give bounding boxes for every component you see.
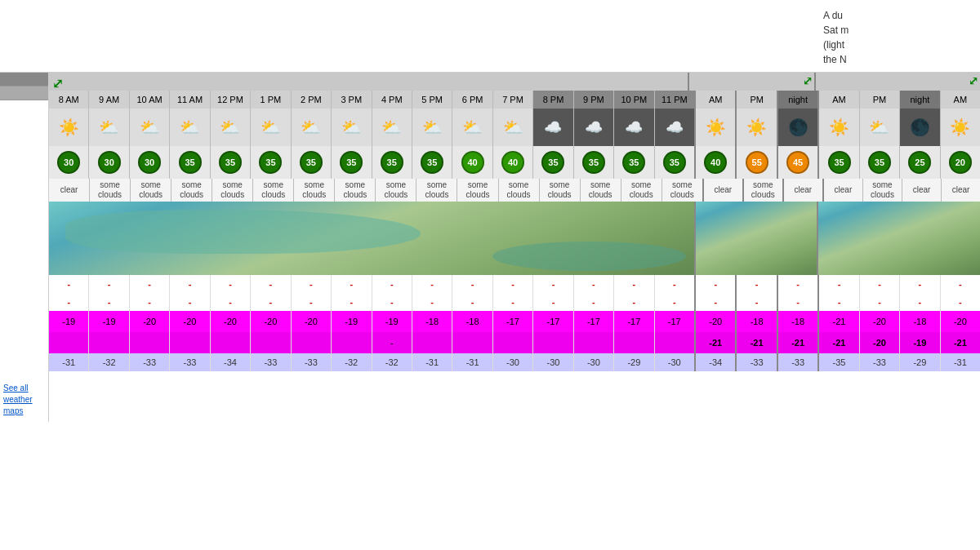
high-row-el-thu-3: -20 <box>940 311 980 332</box>
cloud-cell-tue-3: someclouds <box>171 179 212 202</box>
header-right: A duSat m(lightthe N <box>817 5 980 67</box>
chill-row-el-tue-10: -31 <box>452 353 492 371</box>
low-row-el-tue-12 <box>532 332 572 353</box>
snow-row-el-tue-0: - <box>49 293 88 311</box>
high-row-el-tue-7: -19 <box>331 311 371 332</box>
wind-cell-tue-2: 30 <box>129 146 169 179</box>
high-row-el-tue-11: -17 <box>492 311 532 332</box>
hour-cell-tue-7: 3 PM <box>331 91 371 109</box>
side-column: See allweathermaps <box>0 73 49 422</box>
expand-icon-wed[interactable]: ⤢ <box>803 74 813 87</box>
weather-icon-tue-2: ⛅ <box>129 109 169 146</box>
low-row-el-tue-8: - <box>372 332 412 353</box>
rain-row-el-tue-5: - <box>250 275 290 293</box>
snow-row-el-tue-9: - <box>412 293 452 311</box>
hour-cell-wed-1: PM <box>735 91 776 109</box>
wind-cell-thu-0: 35 <box>817 146 858 179</box>
fahrenheit-button[interactable] <box>0 86 48 100</box>
snow-row-el-tue-1: - <box>88 293 128 311</box>
high-row-el-wed-0: -20 <box>694 311 735 332</box>
rain-row-el-tue-15: - <box>654 275 694 293</box>
wind-cell-tue-1: 30 <box>88 146 128 179</box>
rain-row-el-thu-3: - <box>940 275 980 293</box>
cloud-cell-tue-14: someclouds <box>621 179 662 202</box>
hour-cell-tue-8: 4 PM <box>372 91 412 109</box>
rain-row-el-wed-0: - <box>694 275 735 293</box>
weather-icon-thu-0: ☀️ <box>817 109 858 146</box>
chill-row-el-tue-7: -32 <box>331 353 371 371</box>
high-row-el-thu-1: -20 <box>859 311 899 332</box>
hours-row: 8 AM9 AM10 AM11 AM12 PM1 PM2 PM3 PM4 PM5… <box>49 91 980 109</box>
chill-row-el-thu-3: -31 <box>940 353 980 371</box>
rain-row-el-thu-1: - <box>859 275 899 293</box>
hour-cell-tue-11: 7 PM <box>492 91 532 109</box>
wind-cell-thu-3: 20 <box>940 146 980 179</box>
wind-cell-tue-6: 35 <box>291 146 331 179</box>
low-row-el-tue-9 <box>412 332 452 353</box>
thursday-map <box>817 202 980 275</box>
high-row-el-tue-3: -20 <box>169 311 209 332</box>
chill-row-el-thu-2: -29 <box>899 353 939 371</box>
low-row-el-tue-13 <box>573 332 613 353</box>
snow-row-el-tue-2: - <box>129 293 169 311</box>
cloud-cell-tue-12: someclouds <box>539 179 580 202</box>
cloud-cell-tue-0: clear <box>49 179 89 202</box>
low-temp-row: --21-21-21-21-20-19-21 <box>49 332 980 353</box>
hour-cell-thu-2: night <box>899 91 939 109</box>
hour-cell-tue-1: 9 AM <box>88 91 128 109</box>
snow-row-el-tue-14: - <box>613 293 653 311</box>
rain-row-el-tue-11: - <box>492 275 532 293</box>
expand-icon-tue[interactable]: ⤢ <box>52 76 63 91</box>
hour-cell-tue-13: 9 PM <box>573 91 613 109</box>
weather-icon-tue-11: ⛅ <box>492 109 532 146</box>
low-row-el-tue-10 <box>452 332 492 353</box>
see-all-weather-maps-link[interactable]: See allweathermaps <box>0 378 48 422</box>
day-headers-row: ⤢ ⤢ ⤢ <box>49 73 980 91</box>
cloud-cell-wed-2: clear <box>782 179 822 202</box>
wind-cell-tue-10: 40 <box>452 146 492 179</box>
hour-cell-wed-2: night <box>777 91 817 109</box>
snow-row-el-wed-2: - <box>777 293 817 311</box>
rain-row: ----------------------- <box>49 275 980 293</box>
hour-cell-thu-3: AM <box>940 91 980 109</box>
wind-cell-wed-2: 45 <box>777 146 817 179</box>
chill-row-el-wed-1: -33 <box>735 353 776 371</box>
wind-row: 3030303535353535353540403535353540554535… <box>49 146 980 179</box>
cloud-cell-tue-5: someclouds <box>252 179 293 202</box>
cloud-cell-tue-2: someclouds <box>130 179 171 202</box>
header: A duSat m(lightthe N <box>0 0 980 73</box>
hour-cell-tue-12: 8 PM <box>532 91 572 109</box>
wind-cell-tue-14: 35 <box>613 146 653 179</box>
rain-row-el-tue-6: - <box>291 275 331 293</box>
snow-row-el-tue-5: - <box>250 293 290 311</box>
tuesday-map <box>49 202 694 275</box>
weather-icon-thu-1: ⛅ <box>859 109 899 146</box>
snow-row-el-tue-12: - <box>532 293 572 311</box>
high-row-el-tue-9: -18 <box>412 311 452 332</box>
weather-icon-tue-14: ☁️ <box>613 109 653 146</box>
low-row-el-thu-3: -21 <box>940 332 980 353</box>
rain-row-el-tue-3: - <box>169 275 209 293</box>
cloud-cell-tue-10: someclouds <box>457 179 497 202</box>
weather-icon-tue-7: ⛅ <box>331 109 371 146</box>
tuesday-header: ⤢ <box>49 73 688 91</box>
chill-row-el-wed-2: -33 <box>777 353 817 371</box>
celsius-button[interactable] <box>0 73 48 86</box>
high-row-el-tue-15: -17 <box>654 311 694 332</box>
rain-row-el-tue-13: - <box>573 275 613 293</box>
cloud-row: clearsomecloudssomecloudssomecloudssomec… <box>49 179 980 202</box>
low-row-el-thu-0: -21 <box>817 332 858 353</box>
wednesday-header: ⤢ <box>688 73 814 91</box>
expand-icon-thu[interactable]: ⤢ <box>969 74 978 87</box>
chill-row-el-thu-1: -33 <box>859 353 899 371</box>
snow-row-el-wed-0: - <box>694 293 735 311</box>
high-row-el-tue-8: -19 <box>372 311 412 332</box>
snow-row-el-tue-15: - <box>654 293 694 311</box>
snow-row-el-thu-1: - <box>859 293 899 311</box>
weather-icon-wed-2: 🌑 <box>777 109 817 146</box>
low-row-el-thu-2: -19 <box>899 332 939 353</box>
wind-cell-tue-4: 35 <box>210 146 250 179</box>
weather-icon-tue-1: ⛅ <box>88 109 128 146</box>
rain-row-el-tue-7: - <box>331 275 371 293</box>
weather-icon-tue-9: ⛅ <box>412 109 452 146</box>
